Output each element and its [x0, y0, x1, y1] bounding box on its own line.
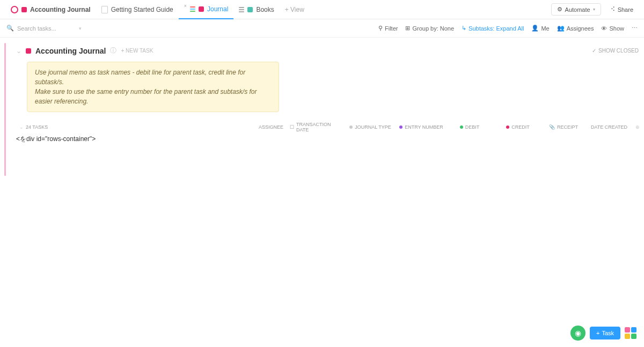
collapse-icon[interactable]: ⌄: [16, 47, 21, 55]
col-credit[interactable]: CREDIT: [494, 124, 542, 130]
list-view-icon: [190, 6, 195, 12]
add-view-button[interactable]: + View: [280, 0, 310, 19]
tab-label: Journal: [207, 5, 228, 13]
tab-books[interactable]: Books: [233, 0, 279, 19]
me-label: Me: [541, 25, 549, 32]
more-button[interactable]: ⋯: [632, 25, 638, 32]
me-button[interactable]: 👤Me: [531, 25, 549, 32]
filter-icon: ⚲: [378, 25, 383, 32]
assignees-button[interactable]: 👥Assignees: [557, 25, 594, 32]
search-input[interactable]: 🔍 Search tasks... ▾: [6, 25, 82, 32]
info-icon[interactable]: ⓘ: [110, 46, 116, 55]
subtasks-button[interactable]: ↳Subtasks: Expand All: [462, 25, 524, 32]
add-column-button[interactable]: ⊕: [633, 124, 642, 130]
col-created[interactable]: DATE CREATED: [585, 124, 633, 130]
more-icon: ⋯: [632, 25, 638, 32]
show-button[interactable]: 👁Show: [601, 25, 624, 32]
group-color-bar: [4, 43, 6, 176]
assignees-label: Assignees: [567, 25, 594, 32]
column-headers: ⌄24 TASKS ASSIGNEE ☐TRANSACTION DATE JOU…: [16, 120, 639, 135]
col-journal[interactable]: JOURNAL TYPE: [343, 124, 397, 130]
col-debit[interactable]: DEBIT: [445, 124, 494, 130]
share-icon: ⠪: [611, 6, 615, 13]
check-icon: ✓: [592, 48, 596, 54]
dot-icon: [460, 125, 463, 129]
list-color-icon: [247, 7, 253, 12]
memo-line2: Make sure to use the same entry number f…: [35, 87, 271, 106]
top-breadcrumb-bar: Accounting Journal Getting Started Guide…: [0, 0, 644, 19]
tab-journal[interactable]: × Journal: [179, 0, 234, 19]
search-icon: 🔍: [6, 25, 14, 32]
list-view-icon: [239, 7, 244, 12]
filter-label: Filter: [385, 25, 398, 32]
show-closed-toggle[interactable]: ✓ SHOW CLOSED: [592, 48, 639, 54]
task-count-label: ⌄24 TASKS: [16, 124, 252, 130]
breadcrumb-root-label: Accounting Journal: [30, 6, 91, 13]
list-color-icon: [199, 6, 204, 12]
list-toolbar: 🔍 Search tasks... ▾ ⚲Filter ⊞Group by: N…: [0, 19, 644, 38]
attachment-icon: 📎: [549, 124, 555, 130]
tab-label: Books: [256, 6, 274, 13]
subtask-icon: ↳: [462, 25, 466, 32]
tab-label: Getting Started Guide: [111, 6, 173, 13]
col-entry[interactable]: ENTRY NUMBER: [397, 124, 445, 130]
list-color-icon: [26, 48, 31, 54]
filter-button[interactable]: ⚲Filter: [378, 25, 398, 32]
calendar-icon: ☐: [290, 124, 294, 130]
col-receipt[interactable]: 📎RECEIPT: [542, 124, 585, 130]
group-label: Group by: None: [412, 25, 454, 32]
doc-icon: [101, 6, 108, 13]
col-txdate[interactable]: ☐TRANSACTION DATE: [290, 122, 343, 132]
new-task-button[interactable]: + NEW TASK: [121, 48, 153, 54]
people-icon: 👥: [557, 25, 565, 32]
person-icon: 👤: [531, 25, 539, 32]
description-memo: Use journal memo as task names - debit l…: [27, 62, 279, 112]
show-closed-label: SHOW CLOSED: [598, 48, 639, 54]
chevron-down-icon: ▾: [79, 26, 82, 31]
share-label: Share: [618, 6, 633, 13]
subtasks-label: Subtasks: Expand All: [469, 25, 524, 32]
automate-button[interactable]: ⚙ Automate ▾: [551, 3, 601, 16]
space-icon: [11, 6, 18, 13]
automate-label: Automate: [565, 6, 590, 13]
dot-icon: [399, 125, 402, 129]
search-placeholder: Search tasks...: [17, 25, 56, 32]
group-icon: ⊞: [405, 25, 410, 32]
breadcrumb-root[interactable]: Accounting Journal: [5, 0, 96, 19]
share-button[interactable]: ⠪ Share: [605, 4, 639, 15]
page-header: ⌄ Accounting Journal ⓘ + NEW TASK ✓ SHOW…: [16, 43, 639, 58]
list-content: ⌄ Accounting Journal ⓘ + NEW TASK ✓ SHOW…: [0, 38, 644, 176]
group-button[interactable]: ⊞Group by: None: [405, 25, 454, 32]
robot-icon: ⚙: [557, 6, 562, 13]
collapse-icon[interactable]: ⌄: [19, 124, 24, 130]
list-color-icon: [21, 7, 27, 12]
tab-getting-started[interactable]: Getting Started Guide: [96, 0, 179, 19]
page-title: Accounting Journal: [35, 47, 106, 55]
chevron-down-icon: ▾: [593, 7, 595, 12]
memo-line1: Use journal memo as task names - debit l…: [35, 68, 271, 87]
close-icon[interactable]: ×: [184, 3, 187, 9]
show-label: Show: [609, 25, 624, 32]
add-view-label: + View: [285, 6, 304, 13]
dot-icon: [349, 125, 353, 129]
dot-icon: [506, 125, 509, 129]
col-assignee[interactable]: ASSIGNEE: [252, 124, 290, 130]
eye-icon: 👁: [601, 25, 607, 32]
